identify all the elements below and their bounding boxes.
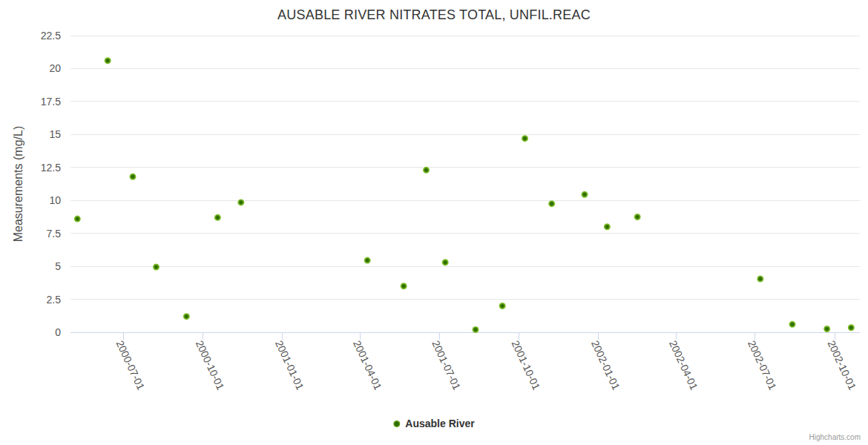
data-point[interactable] xyxy=(364,257,371,264)
highcharts-credit-link[interactable]: Highcharts.com xyxy=(809,433,861,441)
plot-area: 02.557.51012.51517.52022.52000-07-012000… xyxy=(0,0,868,445)
y-axis-label: 0 xyxy=(55,326,61,338)
x-axis-label: 2000-07-01 xyxy=(114,339,147,392)
data-point[interactable] xyxy=(237,199,244,205)
y-axis-label: 10 xyxy=(49,194,61,206)
y-axis-label: 5 xyxy=(55,260,61,272)
data-point[interactable] xyxy=(130,174,137,180)
y-axis-label: 20 xyxy=(49,62,61,74)
data-point[interactable] xyxy=(473,326,479,333)
data-point[interactable] xyxy=(183,313,190,320)
x-axis-label: 2001-10-01 xyxy=(510,339,543,392)
y-axis-label: 15 xyxy=(49,128,61,140)
x-axis-label: 2001-04-01 xyxy=(351,339,384,392)
series-marker-icon xyxy=(393,421,400,427)
data-point[interactable] xyxy=(499,303,506,309)
y-axis-label: 12.5 xyxy=(41,162,61,174)
x-axis-label: 2002-01-01 xyxy=(589,339,622,392)
data-point[interactable] xyxy=(634,214,641,220)
chart-container: AUSABLE RIVER NITRATES TOTAL, UNFIL.REAC… xyxy=(0,0,868,445)
data-point[interactable] xyxy=(582,191,588,198)
x-axis-label: 2002-04-01 xyxy=(667,339,700,392)
data-point[interactable] xyxy=(604,223,611,230)
data-point[interactable] xyxy=(401,283,407,289)
data-point[interactable] xyxy=(214,214,221,221)
y-axis-label: 22.5 xyxy=(41,30,61,42)
data-point[interactable] xyxy=(442,259,449,266)
data-point[interactable] xyxy=(757,276,763,283)
x-axis-label: 2002-10-01 xyxy=(825,339,858,392)
data-point[interactable] xyxy=(548,200,555,207)
y-axis-label: 17.5 xyxy=(41,96,61,108)
data-point[interactable] xyxy=(153,264,160,271)
x-axis-label: 2000-10-01 xyxy=(194,339,227,392)
legend-item-ausable-river[interactable]: Ausable River xyxy=(393,418,474,429)
y-axis-label: 7.5 xyxy=(47,228,62,240)
data-point[interactable] xyxy=(789,321,796,328)
data-point[interactable] xyxy=(423,167,430,174)
legend-series-label: Ausable River xyxy=(405,418,474,429)
data-point[interactable] xyxy=(823,326,830,332)
y-axis-label: 2.5 xyxy=(47,294,62,306)
data-point[interactable] xyxy=(522,135,528,142)
data-point[interactable] xyxy=(105,57,111,64)
data-point[interactable] xyxy=(74,216,81,222)
data-point[interactable] xyxy=(848,324,855,331)
x-axis-label: 2002-07-01 xyxy=(746,339,779,392)
x-axis-label: 2001-07-01 xyxy=(430,339,463,392)
x-axis-label: 2001-01-01 xyxy=(273,339,306,392)
